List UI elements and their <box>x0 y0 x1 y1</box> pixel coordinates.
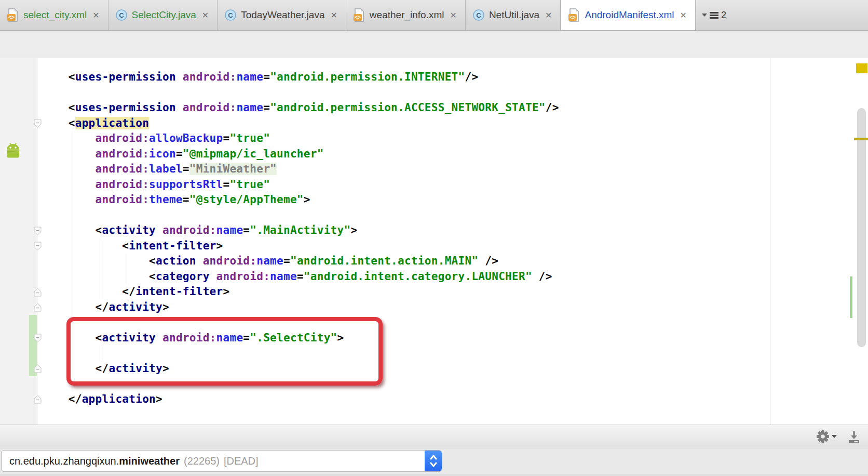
select-stepper-icon[interactable] <box>425 451 442 471</box>
code-line: <application <box>42 116 868 131</box>
tab-label: select_city.xml <box>23 9 87 21</box>
xml-file-icon: <> <box>568 8 580 22</box>
code-line: </application> <box>42 392 868 407</box>
tab-label: NetUtil.java <box>489 9 539 21</box>
inspection-status-indicator[interactable] <box>856 63 867 73</box>
editor-area[interactable]: <uses-permission android:name="android.p… <box>0 58 868 425</box>
tab-label: SelectCity.java <box>132 9 196 21</box>
process-status: [DEAD] <box>224 455 259 467</box>
chevron-down-icon <box>702 14 707 17</box>
svg-text:<>: <> <box>8 15 15 20</box>
close-icon[interactable]: ✕ <box>544 10 553 20</box>
code-line: </activity> <box>42 300 868 315</box>
process-select[interactable]: cn.edu.pku.zhangqixun.miniweather(22265)… <box>1 450 442 472</box>
code-line: android:icon="@mipmap/ic_launcher" <box>42 147 868 162</box>
code-line: <uses-permission android:name="android.p… <box>42 70 868 85</box>
gear-icon <box>816 430 830 443</box>
code-line: android:theme="@style/AppTheme"> <box>42 192 868 208</box>
code-line: </intent-filter> <box>42 284 868 300</box>
tab-selectcity-java[interactable]: C SelectCity.java ✕ <box>108 0 218 30</box>
svg-text:C: C <box>228 11 234 19</box>
warning-stripe-mark[interactable] <box>854 138 868 140</box>
code-line: <category android:name="android.intent.c… <box>42 269 868 285</box>
java-class-icon: C <box>473 9 484 21</box>
svg-text:C: C <box>476 11 481 19</box>
close-icon[interactable]: ✕ <box>449 10 457 20</box>
process-pid: (22265) <box>184 455 220 467</box>
editor-gutter <box>0 58 37 425</box>
code-line: android:supportsRtl="true" <box>42 177 868 193</box>
logcat-toolbar <box>0 425 868 448</box>
package-prefix: cn.edu.pku.zhangqixun. <box>9 455 119 467</box>
vcs-stripe-mark[interactable] <box>850 276 852 318</box>
tab-select-city-xml[interactable]: <> select_city.xml ✕ <box>0 0 108 30</box>
svg-text:C: C <box>119 11 124 19</box>
code-line: <activity android:name=".MainActivity"> <box>42 223 868 239</box>
java-class-icon: C <box>116 9 127 21</box>
svg-text:<>: <> <box>355 15 361 20</box>
code-line: android:label="MiniWeather" <box>42 162 868 177</box>
tab-label: weather_info.xml <box>370 9 444 21</box>
code-line <box>42 85 868 101</box>
tab-label: TodayWeather.java <box>241 9 324 21</box>
code-line <box>42 208 868 223</box>
tab-list-icon <box>710 12 718 19</box>
close-icon[interactable]: ✕ <box>91 10 100 20</box>
download-icon <box>847 430 861 444</box>
code-line: <uses-permission android:name="android.p… <box>42 100 868 116</box>
code-line: android:allowBackup="true" <box>42 131 868 147</box>
tab-netutil-java[interactable]: C NetUtil.java ✕ <box>466 0 561 30</box>
java-class-icon: C <box>225 9 236 21</box>
hidden-tabs-count: 2 <box>721 10 726 21</box>
code-line: <action android:name="android.intent.act… <box>42 254 868 269</box>
close-icon[interactable]: ✕ <box>329 10 338 20</box>
process-selector-bar: cn.edu.pku.zhangqixun.miniweather(22265)… <box>0 448 868 476</box>
editor-tab-bar: <> select_city.xml ✕ C SelectCity.java ✕… <box>0 0 868 31</box>
scrollbar-thumb[interactable] <box>857 108 866 347</box>
close-icon[interactable]: ✕ <box>679 10 688 20</box>
close-icon[interactable]: ✕ <box>201 10 210 20</box>
chevron-down-icon <box>832 435 837 438</box>
tab-todayweather-java[interactable]: C TodayWeather.java ✕ <box>218 0 346 30</box>
svg-text:<>: <> <box>570 15 576 20</box>
xml-file-icon: <> <box>7 8 19 22</box>
navigation-bar-band <box>0 31 868 58</box>
hidden-tabs-dropdown[interactable]: 2 <box>696 0 733 30</box>
process-label: cn.edu.pku.zhangqixun.miniweather(22265)… <box>2 455 259 467</box>
annotation-highlight-box <box>66 317 383 386</box>
package-name: miniweather <box>119 455 180 467</box>
code-line: <intent-filter> <box>42 239 868 254</box>
xml-file-icon: <> <box>354 8 365 22</box>
settings-gear-button[interactable] <box>816 430 837 443</box>
tab-androidmanifest-xml[interactable]: <> AndroidManifest.xml ✕ <box>561 0 696 30</box>
tab-label: AndroidManifest.xml <box>585 9 674 21</box>
tab-weather-info-xml[interactable]: <> weather_info.xml ✕ <box>346 0 466 30</box>
android-gutter-icon <box>5 141 21 161</box>
export-dump-button[interactable] <box>847 430 861 444</box>
